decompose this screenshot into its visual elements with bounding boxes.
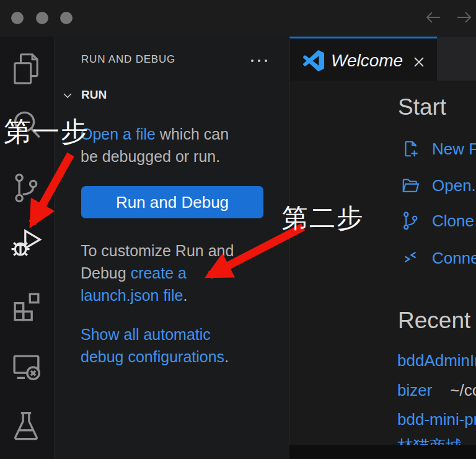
start-link-label[interactable]: Clone Git Repository... <box>432 212 476 231</box>
vscode-logo-icon <box>303 50 324 71</box>
recent-item-name[interactable]: bddAdminImage <box>397 351 476 370</box>
start-open[interactable]: Open... <box>399 174 476 197</box>
show-automatic-configs-link[interactable]: Show all automatic <box>81 326 211 343</box>
start-link-label[interactable]: Open... <box>432 176 476 195</box>
open-file-hint: Open a file which can be debugged or run… <box>81 123 273 167</box>
recent-item-name[interactable]: bizer <box>397 381 432 400</box>
window-close-button[interactable] <box>11 12 24 24</box>
tab-welcome[interactable]: Welcome <box>289 37 437 81</box>
open-a-file-link[interactable]: Open a file <box>81 125 156 143</box>
extensions-icon[interactable] <box>8 288 44 324</box>
editor-bottom-strip <box>289 445 476 459</box>
show-configs-hint: Show all automatic debug configurations. <box>81 323 273 368</box>
titlebar <box>0 0 476 37</box>
chevron-down-icon[interactable] <box>61 89 74 102</box>
run-and-debug-icon[interactable] <box>8 225 44 261</box>
customize-hint: To customize Run and Debug create a laun… <box>81 239 273 306</box>
run-and-debug-panel: RUN AND DEBUG RUN Open a file which can … <box>55 37 289 459</box>
open-folder-icon <box>399 174 421 197</box>
navigate-back-icon[interactable] <box>425 9 442 25</box>
run-and-debug-button[interactable]: Run and Debug <box>81 186 263 218</box>
close-tab-icon[interactable] <box>412 55 426 69</box>
recent-item[interactable]: bizer ~/code <box>397 381 476 400</box>
start-heading: Start <box>398 94 446 120</box>
run-section-header[interactable]: RUN <box>81 88 107 102</box>
window-zoom-button[interactable] <box>60 12 73 24</box>
vscode-window: RUN AND DEBUG RUN Open a file which can … <box>0 0 476 459</box>
recent-item[interactable]: 林猫商城 <box>397 435 476 445</box>
start-new-file[interactable]: New File... <box>399 138 476 160</box>
recent-item-name[interactable]: bdd-mini-program <box>397 410 476 429</box>
testing-icon[interactable] <box>8 408 44 443</box>
new-file-icon <box>399 138 421 160</box>
remote-explorer-icon[interactable] <box>8 349 44 385</box>
navigate-forward-icon[interactable] <box>456 9 473 25</box>
recent-item-name[interactable]: 林猫商城 <box>397 435 462 445</box>
recent-heading: Recent <box>398 308 470 334</box>
tab-title: Welcome <box>331 51 403 71</box>
activity-bar <box>0 37 55 459</box>
recent-item-path: ~/code <box>450 381 476 400</box>
show-automatic-configs-link-line2[interactable]: debug configurations <box>81 348 224 365</box>
explorer-icon[interactable] <box>8 50 44 86</box>
annotation-step2: 第二步 <box>282 201 364 236</box>
more-actions-icon[interactable] <box>250 57 268 65</box>
create-launch-json-link-line2[interactable]: launch.json file <box>81 287 183 304</box>
recent-item[interactable]: bddAdminImage <box>397 351 476 370</box>
window-minimize-button[interactable] <box>36 12 48 24</box>
create-launch-json-link[interactable]: create a <box>131 264 187 282</box>
start-connect[interactable]: Connect to... <box>399 247 476 269</box>
clone-repository-icon <box>399 210 421 232</box>
annotation-step1: 第一步 <box>4 114 89 150</box>
recent-item[interactable]: bdd-mini-program <box>397 410 476 429</box>
remote-connect-icon <box>399 247 421 269</box>
start-link-label[interactable]: New File... <box>432 140 476 159</box>
tab-strip <box>437 37 476 81</box>
panel-title: RUN AND DEBUG <box>81 53 175 66</box>
start-clone[interactable]: Clone Git Repository... <box>399 210 476 232</box>
source-control-icon[interactable] <box>8 170 44 206</box>
start-link-label[interactable]: Connect to... <box>432 249 476 268</box>
welcome-page: Start New File... Open... <box>289 81 476 445</box>
